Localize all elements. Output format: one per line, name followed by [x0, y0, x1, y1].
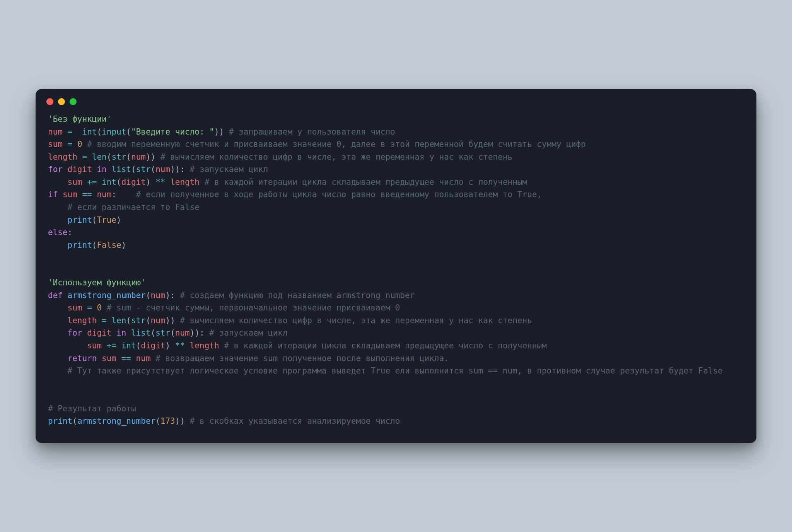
code-text: ( [155, 416, 160, 426]
minimize-icon[interactable] [58, 98, 65, 105]
code-text: += [82, 177, 102, 187]
code-text: = [77, 152, 92, 162]
code-comment: # вводим переменную счетчик и присваивае… [82, 140, 586, 149]
code-text: num [151, 316, 166, 325]
code-text: if [48, 190, 58, 199]
code-text: ) [165, 341, 175, 350]
code-text: return [68, 354, 97, 363]
code-text: )): [170, 165, 185, 174]
code-comment: # sum - счетчик суммы, первоначальное зн… [102, 303, 400, 312]
code-text: ( [107, 152, 112, 162]
code-text: True [97, 215, 116, 225]
code-text: ( [170, 328, 175, 338]
code-text: num [151, 291, 166, 300]
code-text: ( [72, 416, 77, 426]
code-text: ( [97, 127, 102, 136]
code-text [48, 354, 68, 363]
code-text: num [48, 127, 63, 136]
code-text [48, 215, 68, 225]
code-text: num [155, 165, 170, 174]
code-text: sum [48, 140, 63, 149]
code-text: str [155, 328, 170, 338]
code-text: num [92, 190, 112, 199]
code-text: armstrong_number [63, 291, 146, 300]
code-text: )) [166, 316, 175, 325]
code-text: sum [97, 354, 121, 363]
window-titlebar [36, 89, 756, 108]
code-text: digit [63, 165, 97, 174]
code-comment: # вычисляем количество цифр в числе, эта… [155, 152, 512, 162]
code-text: armstrong_number [77, 416, 155, 426]
code-text: print [68, 215, 92, 225]
code-comment: # Результат работы [48, 404, 136, 413]
code-text: ( [126, 152, 131, 162]
code-text [185, 341, 190, 350]
code-comment: # Тут также присутствует логическое усло… [48, 366, 723, 375]
code-text: ** [155, 177, 165, 187]
code-text: )) [214, 127, 224, 136]
code-window: 'Без функции' num = int(input("Введите ч… [36, 89, 756, 443]
code-text: for [48, 165, 63, 174]
code-text: in [116, 328, 126, 338]
code-text: len [92, 152, 107, 162]
code-text: in [97, 165, 106, 174]
code-text: int [121, 341, 136, 350]
code-text: = [97, 316, 111, 325]
code-text: length [48, 152, 77, 162]
code-text: 'Без функции' [48, 114, 111, 124]
code-comment: # в скобках указывается анализируемое чи… [185, 416, 400, 426]
code-text: print [68, 240, 92, 250]
code-text: ( [92, 215, 97, 225]
code-text: "Введите число: " [131, 127, 214, 136]
code-text: length [190, 341, 219, 350]
code-text: print [48, 416, 72, 426]
code-text: ): [165, 291, 175, 300]
code-text: ( [146, 291, 151, 300]
code-text: len [111, 316, 126, 325]
code-text: length [170, 177, 200, 187]
code-text: )): [190, 328, 205, 338]
code-text: for [68, 328, 82, 338]
code-comment: # если различается то False [48, 203, 200, 212]
code-text: digit [121, 177, 146, 187]
code-comment: # в каждой итерации цикла складываем пре… [219, 341, 547, 350]
code-text: str [136, 165, 151, 174]
code-text: sum [68, 303, 82, 312]
code-text: ( [131, 165, 136, 174]
code-text: num [131, 354, 151, 363]
code-comment: # запускаем цикл [185, 165, 268, 174]
code-text [48, 240, 68, 250]
code-text: = [63, 140, 77, 149]
code-text [48, 177, 68, 187]
code-comment: # создаем функцию под названием armstron… [175, 291, 415, 300]
code-text: = [63, 127, 82, 136]
code-text: int [82, 127, 97, 136]
code-text: int [102, 177, 116, 187]
code-text: list [107, 165, 131, 174]
code-text: sum [68, 177, 82, 187]
code-text: == [82, 190, 92, 199]
maximize-icon[interactable] [70, 98, 77, 105]
code-comment: # возвращаем значение sum полученное пос… [151, 354, 449, 363]
code-comment: # в каждой итерации цикла складываем пре… [200, 177, 527, 187]
code-text: ( [136, 341, 141, 350]
code-text: False [97, 240, 121, 250]
code-text: sum [58, 190, 82, 199]
close-icon[interactable] [46, 98, 53, 105]
code-text [48, 328, 68, 338]
code-text: ** [175, 341, 185, 350]
code-text: ( [116, 177, 121, 187]
code-block[interactable]: 'Без функции' num = int(input("Введите ч… [36, 108, 756, 443]
code-text: input [102, 127, 126, 136]
code-text [48, 341, 87, 350]
code-text: ( [151, 165, 156, 174]
code-text: ) [121, 240, 126, 250]
code-text: digit [141, 341, 165, 350]
code-text: list [126, 328, 150, 338]
code-text: ( [146, 316, 151, 325]
code-text: else [48, 228, 68, 237]
code-text: 'Используем функцию' [48, 278, 146, 287]
code-text: ( [151, 328, 156, 338]
code-text: : [111, 190, 131, 199]
code-text [48, 316, 68, 325]
